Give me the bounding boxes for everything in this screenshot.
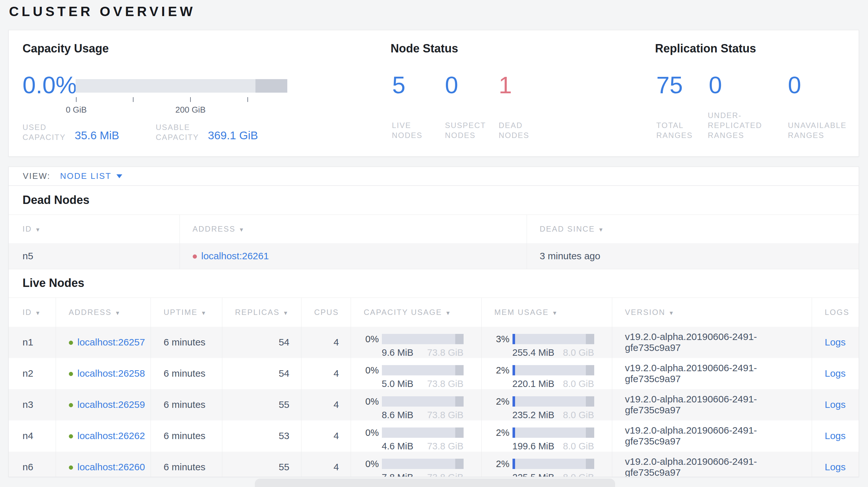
view-dropdown[interactable]: NODE LIST	[60, 171, 123, 181]
node-address-link[interactable]: localhost:26262	[78, 430, 145, 441]
mem-usage-used-value: 235.2 MiB	[513, 410, 555, 420]
dead-nodes-table: ID▼ADDRESS▼DEAD SINCE▼ n5localhost:26261…	[9, 215, 859, 269]
capacity-usage-cell: 0%4.6 MiB73.8 GiB	[351, 420, 481, 452]
logs-cell: Logs	[812, 452, 859, 477]
replication-status-title: Replication Status	[655, 42, 756, 55]
node-address-link[interactable]: localhost:26258	[78, 368, 145, 379]
capacity-usage-percent: 0.0%	[23, 73, 77, 97]
cpus-cell: 4	[301, 452, 351, 477]
column-header-mem-usage[interactable]: MEM USAGE▼	[481, 298, 612, 327]
mem-usage-bar-fill	[513, 334, 515, 344]
sort-desc-icon: ▼	[35, 310, 41, 316]
view-selector-bar: VIEW: NODE LIST	[9, 167, 859, 186]
live-status-dot-icon	[69, 340, 73, 345]
column-header-id[interactable]: ID▼	[9, 298, 56, 327]
node-status-title: Node Status	[391, 42, 458, 55]
node-address-link[interactable]: localhost:26260	[78, 462, 145, 472]
node-address-link[interactable]: localhost:26257	[78, 337, 145, 347]
capacity-usage-widget: 0%5.0 MiB73.8 GiB	[351, 358, 464, 389]
column-header-version[interactable]: VERSION▼	[612, 298, 812, 327]
logs-cell: Logs	[812, 327, 859, 358]
replicas-cell: 55	[222, 389, 301, 420]
axis-tick-label: 0 GiB	[66, 105, 87, 115]
mem-usage-cell: 3%255.4 MiB8.0 GiB	[481, 327, 612, 358]
address-cell: localhost:26257	[56, 327, 151, 358]
column-header-uptime[interactable]: UPTIME▼	[151, 298, 222, 327]
node-address-link[interactable]: localhost:26261	[202, 251, 269, 261]
capacity-usage-used-value: 8.6 MiB	[382, 410, 413, 420]
usable-capacity-stat: USABLE CAPACITY 369.1 GiB	[156, 122, 258, 142]
live-nodes-heading: Live Nodes	[23, 276, 859, 290]
capacity-usage-bar	[382, 396, 464, 407]
logs-link[interactable]: Logs	[825, 368, 846, 379]
uptime-cell: 6 minutes	[151, 327, 222, 358]
mem-usage-bar-reserved-segment	[586, 334, 594, 344]
capacity-usage-widget: 0%4.6 MiB73.8 GiB	[351, 420, 464, 452]
replicas-cell: 54	[222, 327, 301, 358]
unavailable-ranges-label: UNAVAILABLE RANGES	[788, 120, 847, 140]
cpus-cell: 4	[301, 358, 351, 389]
address-cell: localhost:26261	[180, 243, 527, 269]
cpus-cell: 4	[301, 420, 351, 452]
bottom-sheet-shadow	[255, 479, 615, 487]
column-header-label: MEM USAGE	[494, 308, 549, 317]
node-address-link[interactable]: localhost:26259	[78, 399, 145, 410]
capacity-bar-track	[75, 79, 287, 93]
capacity-usage-widget: 0%9.6 MiB73.8 GiB	[351, 327, 464, 358]
logs-cell: Logs	[812, 420, 859, 452]
mem-usage-bar	[513, 365, 594, 376]
column-header-capacity-usage[interactable]: CAPACITY USAGE▼	[351, 298, 481, 327]
capacity-usage-bar: 0 GiB 200 GiB	[75, 79, 287, 93]
column-header-label: VERSION	[625, 308, 665, 317]
capacity-usage-cell: 0%8.6 MiB73.8 GiB	[351, 389, 481, 420]
mem-usage-cell: 2%199.6 MiB8.0 GiB	[481, 420, 612, 452]
column-header-address[interactable]: ADDRESS▼	[180, 215, 527, 243]
column-header-cpus: CPUS	[301, 298, 351, 327]
sort-desc-icon: ▼	[669, 310, 675, 316]
column-header-address[interactable]: ADDRESS▼	[56, 298, 151, 327]
column-header-label: ID	[23, 308, 32, 317]
mem-usage-used-value: 220.1 MiB	[513, 379, 555, 389]
capacity-usage-bar-reserved-segment	[455, 459, 464, 469]
sort-desc-icon: ▼	[445, 310, 452, 316]
dead-since-cell: 3 minutes ago	[527, 243, 859, 269]
capacity-usage-bar	[382, 365, 464, 376]
live-node-row: n6localhost:262606 minutes5540%7.8 MiB73…	[9, 452, 859, 477]
live-nodes-label: LIVE NODES	[392, 120, 423, 140]
live-status-dot-icon	[69, 403, 73, 407]
live-node-row: n3localhost:262596 minutes5540%8.6 MiB73…	[9, 389, 859, 420]
live-nodes-header-row: ID▼ADDRESS▼UPTIME▼REPLICAS▼CPUSCAPACITY …	[9, 298, 859, 327]
sort-desc-icon: ▼	[239, 227, 245, 233]
uptime-cell: 6 minutes	[151, 452, 222, 477]
column-header-label: ADDRESS	[69, 308, 112, 317]
address-cell: localhost:26258	[56, 358, 151, 389]
axis-tick	[247, 97, 248, 102]
live-status-dot-icon	[69, 465, 73, 469]
logs-link[interactable]: Logs	[825, 337, 846, 347]
mem-usage-bar-fill	[513, 396, 515, 407]
logs-link[interactable]: Logs	[825, 399, 846, 410]
sort-desc-icon: ▼	[201, 310, 207, 316]
live-nodes-table-body: n1localhost:262576 minutes5440%9.6 MiB73…	[9, 327, 859, 477]
capacity-usage-total-value: 73.8 GiB	[427, 472, 464, 477]
logs-link[interactable]: Logs	[825, 430, 846, 441]
column-header-dead-since[interactable]: DEAD SINCE▼	[527, 215, 859, 243]
dead-status-dot-icon	[193, 254, 197, 259]
column-header-label: REPLICAS	[235, 308, 280, 317]
mem-usage-widget: 2%235.2 MiB8.0 GiB	[482, 389, 594, 420]
logs-link[interactable]: Logs	[825, 462, 846, 472]
sort-desc-icon: ▼	[115, 310, 121, 316]
capacity-usage-title: Capacity Usage	[23, 42, 109, 55]
usable-capacity-value: 369.1 GiB	[208, 129, 258, 142]
dead-nodes-count: 1	[499, 73, 512, 97]
column-header-replicas[interactable]: REPLICAS▼	[222, 298, 301, 327]
column-header-label: CPUS	[314, 308, 339, 317]
column-header-id[interactable]: ID▼	[9, 215, 180, 243]
view-label: VIEW:	[23, 171, 51, 181]
used-capacity-label: USED CAPACITY	[23, 122, 66, 142]
address-cell: localhost:26259	[56, 389, 151, 420]
mem-usage-total-value: 8.0 GiB	[563, 472, 594, 477]
mem-usage-total-value: 8.0 GiB	[563, 347, 594, 358]
uptime-cell: 6 minutes	[151, 358, 222, 389]
chevron-down-icon	[117, 174, 122, 178]
